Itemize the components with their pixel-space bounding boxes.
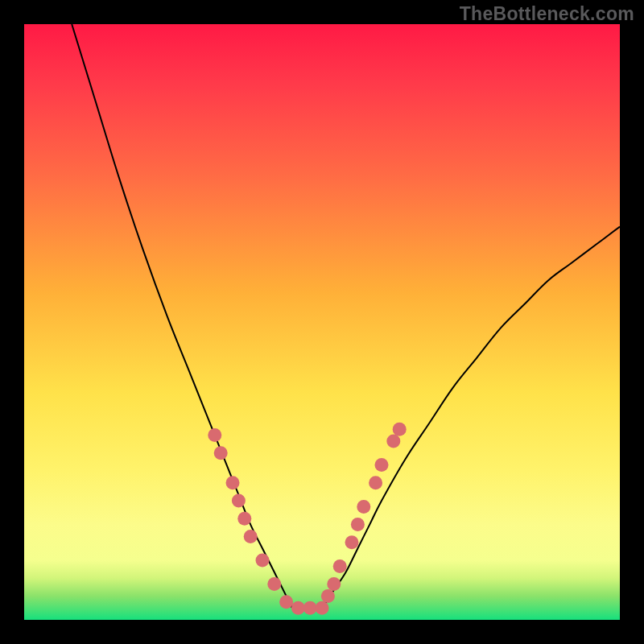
dot-group bbox=[208, 423, 406, 615]
data-point bbox=[232, 494, 246, 508]
data-point bbox=[208, 428, 221, 442]
data-point bbox=[279, 595, 293, 609]
data-point bbox=[375, 458, 389, 472]
data-point bbox=[256, 554, 270, 568]
data-point bbox=[327, 577, 341, 591]
chart-stage: TheBottleneck.com bbox=[0, 0, 644, 644]
curve-left-curve bbox=[72, 24, 292, 608]
data-point bbox=[244, 530, 258, 543]
data-point bbox=[214, 446, 228, 460]
data-point bbox=[267, 577, 281, 591]
data-point bbox=[321, 589, 335, 603]
data-point bbox=[333, 559, 347, 573]
data-point bbox=[369, 476, 382, 489]
data-point bbox=[351, 518, 365, 531]
data-point bbox=[386, 435, 400, 448]
data-point bbox=[291, 601, 305, 615]
curve-group bbox=[72, 24, 620, 608]
data-point bbox=[316, 601, 329, 615]
curves-layer bbox=[24, 24, 620, 620]
watermark-text: TheBottleneck.com bbox=[460, 3, 634, 25]
data-point bbox=[393, 423, 407, 436]
curve-right-curve bbox=[322, 227, 620, 609]
data-point bbox=[357, 500, 370, 514]
data-point bbox=[226, 476, 240, 489]
data-point bbox=[237, 512, 251, 526]
plot-area bbox=[24, 24, 620, 620]
data-point bbox=[345, 535, 359, 549]
data-point bbox=[303, 601, 317, 615]
